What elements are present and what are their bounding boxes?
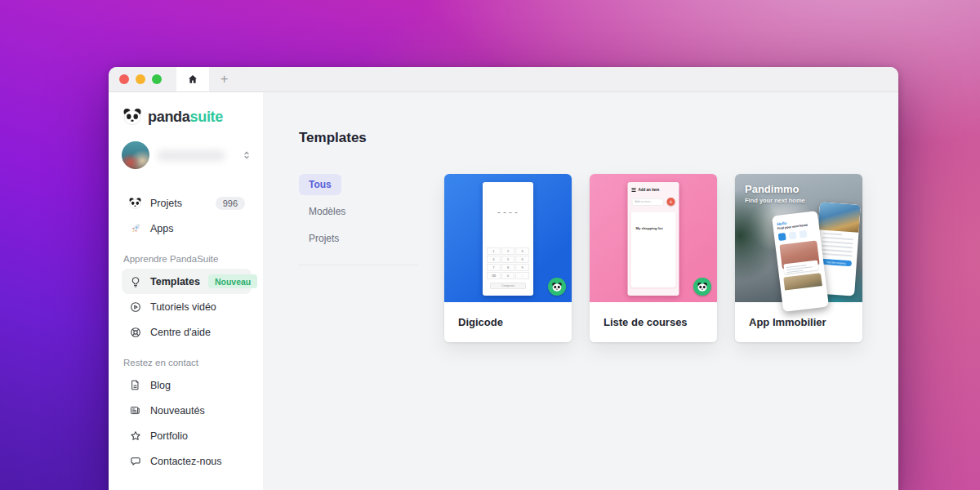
listing-caption — [783, 260, 818, 274]
keypad: 1 2 3 4 5 6 7 8 9 ⌫ — [487, 247, 529, 279]
template-card-digicode[interactable]: – – – – 1 2 3 4 5 6 7 8 — [444, 174, 572, 342]
sidebar-item-portfolio[interactable]: Portfolio — [122, 423, 252, 448]
traffic-lights — [109, 67, 176, 91]
sidebar-item-label: Centre d'aide — [150, 327, 211, 338]
sidebar-item-templates[interactable]: Templates Nouveau — [122, 269, 252, 294]
projects-count-badge: 996 — [216, 197, 245, 210]
play-circle-icon — [128, 300, 142, 314]
mockup-header: Add an item — [639, 188, 660, 192]
pandasuite-logo[interactable]: pandasuite — [122, 107, 252, 127]
newspaper-icon — [128, 403, 142, 417]
filter-modeles[interactable]: Modèles — [299, 201, 355, 222]
filter-projets[interactable]: Projets — [299, 228, 349, 249]
logo-wordmark: pandasuite — [148, 109, 223, 126]
hamburger-icon — [632, 188, 636, 191]
mockup-input: Add an item... — [632, 198, 664, 206]
card-title: Digicode — [444, 302, 572, 342]
home-icon — [187, 74, 198, 85]
sidebar-item-tutoriels-video[interactable]: Tutoriels vidéo — [122, 294, 252, 319]
user-account-row[interactable] — [122, 141, 252, 169]
pandasuite-badge-icon — [548, 278, 566, 296]
sidebar-item-apps[interactable]: Apps — [122, 216, 252, 241]
template-filters: Tous Modèles Projets — [299, 174, 444, 342]
template-card-app-immobilier[interactable]: Pandimmo Find your next home Visit t — [735, 174, 862, 342]
bulb-icon — [128, 274, 142, 288]
panda-logo-icon — [122, 107, 143, 127]
pandimmo-subtitle: Find your next home — [745, 197, 805, 204]
template-card-liste-de-courses[interactable]: Add an item Add an item... + My shopping… — [590, 174, 717, 342]
sidebar-item-contactez-nous[interactable]: Contactez-nous — [122, 448, 252, 474]
sidebar-item-label: Templates — [150, 276, 200, 287]
digicode-phone-mockup: – – – – 1 2 3 4 5 6 7 8 — [483, 182, 533, 296]
mockup-list: My shopping list — [631, 212, 676, 287]
code-dashes: – – – – — [483, 210, 533, 215]
rocket-icon — [128, 221, 142, 235]
sidebar-item-label: Projets — [150, 198, 182, 209]
mockup-list-title: My shopping list — [636, 226, 663, 230]
section-title-contact: Restez en contact — [123, 358, 252, 368]
user-name-redacted — [157, 150, 225, 161]
filter-tous[interactable]: Tous — [299, 174, 341, 195]
key: 7 — [487, 264, 501, 271]
sidebar: pandasuite — [109, 92, 263, 490]
dial-button: Composer — [490, 283, 526, 289]
template-cards: – – – – 1 2 3 4 5 6 7 8 — [444, 174, 862, 342]
main-content: Templates Tous Modèles Projets – – – – — [263, 92, 898, 490]
key: 9 — [515, 264, 529, 271]
listing-photo — [779, 240, 819, 269]
pandasuite-badge-icon — [693, 278, 711, 296]
page-title: Templates — [299, 130, 898, 146]
avatar — [122, 141, 149, 169]
key: 3 — [515, 247, 529, 255]
sidebar-item-label: Apps — [150, 223, 174, 234]
sidebar-item-blog[interactable]: Blog — [122, 372, 252, 398]
sidebar-item-centre-aide[interactable]: Centre d'aide — [122, 319, 252, 345]
new-tab-button[interactable]: + — [209, 67, 239, 91]
key: . — [515, 272, 529, 279]
section-title-learn: Apprendre PandaSuite — [123, 254, 252, 264]
card-title: Liste de courses — [590, 302, 717, 342]
sidebar-item-label: Nouveautés — [150, 405, 205, 416]
nouveau-badge: Nouveau — [208, 274, 257, 288]
key: ⌫ — [487, 272, 501, 279]
villa-photo — [818, 202, 861, 232]
titlebar[interactable]: + — [109, 67, 898, 92]
chevron-updown-icon[interactable] — [242, 149, 252, 161]
window-body: pandasuite — [109, 92, 898, 490]
liste-preview: Add an item Add an item... + My shopping… — [590, 174, 717, 302]
key: 1 — [487, 247, 501, 255]
sidebar-item-label: Blog — [150, 380, 171, 391]
key: 6 — [515, 256, 529, 263]
filter-divider — [299, 265, 418, 265]
sidebar-item-projets[interactable]: Projets 996 — [122, 190, 252, 216]
minimize-window-button[interactable] — [136, 74, 145, 84]
sidebar-item-nouveautes[interactable]: Nouveautés — [122, 398, 252, 423]
close-window-button[interactable] — [119, 74, 129, 84]
zoom-window-button[interactable] — [152, 74, 162, 84]
key: 4 — [487, 256, 501, 263]
mockup-cta-button: Visit the property — [821, 259, 852, 267]
key: 0 — [501, 272, 515, 279]
chat-icon — [128, 454, 142, 468]
star-icon — [128, 429, 142, 443]
listing-photo-2 — [783, 273, 822, 290]
pandasuite-window: + pandasuite — [109, 67, 898, 490]
key: 8 — [501, 264, 515, 271]
help-icon — [128, 325, 142, 339]
panda-icon — [128, 196, 142, 210]
mockup-add-button: + — [667, 198, 675, 206]
active-tab[interactable] — [176, 67, 209, 91]
sidebar-item-label: Portfolio — [150, 430, 188, 442]
key: 2 — [501, 247, 515, 255]
sidebar-item-label: Tutoriels vidéo — [150, 301, 216, 313]
key: 5 — [501, 256, 515, 263]
mockup-app-icons — [778, 229, 817, 241]
pandimmo-title: Pandimmo — [745, 183, 799, 195]
immobilier-preview: Pandimmo Find your next home Visit t — [735, 174, 862, 302]
document-icon — [128, 378, 142, 392]
digicode-preview: – – – – 1 2 3 4 5 6 7 8 — [444, 174, 572, 302]
liste-phone-mockup: Add an item Add an item... + My shopping… — [628, 182, 679, 296]
sidebar-item-label: Contactez-nous — [150, 456, 222, 467]
